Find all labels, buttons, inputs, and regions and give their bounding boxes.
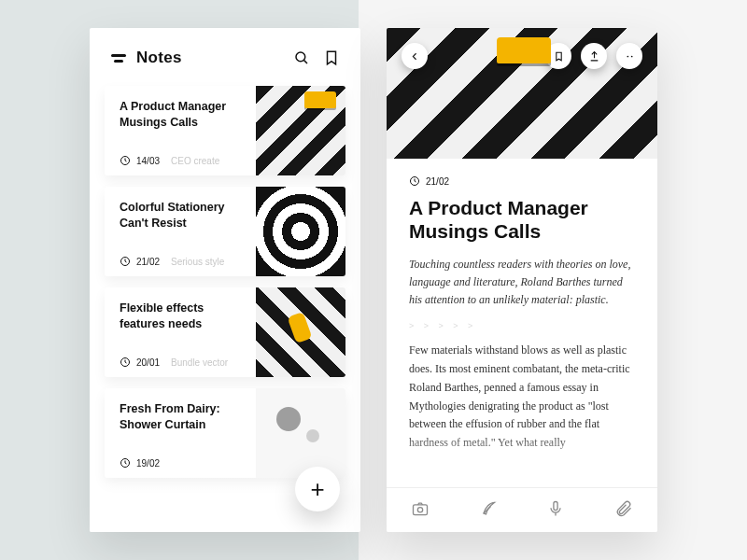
camera-icon[interactable] — [411, 499, 430, 522]
list-item-meta: 21/02 Serious style — [120, 256, 247, 267]
list-item[interactable]: Fresh From Dairy: Shower Curtain 19/02 — [105, 388, 345, 478]
list-item-tag: Bundle vector — [171, 357, 228, 368]
clock-icon — [120, 357, 131, 368]
list-item-thumbnail — [256, 86, 345, 175]
list-item-date: 14/03 — [136, 156, 160, 166]
svg-rect-9 — [414, 504, 428, 514]
clock-icon — [120, 457, 131, 469]
svg-point-10 — [418, 507, 423, 511]
list-item-tag: Serious style — [171, 257, 224, 267]
list-item-thumbnail — [256, 187, 345, 276]
list-item-title: A Product Manager Musings Calls — [120, 99, 247, 131]
detail-date: 21/02 — [426, 176, 449, 187]
search-icon[interactable] — [293, 49, 310, 66]
bookmark-button[interactable] — [545, 43, 571, 69]
detail-paragraph: Few materials withstand blows as well as… — [409, 342, 635, 453]
bookmark-icon[interactable] — [323, 49, 340, 66]
notes-list-screen: Notes A Product Manager Musings Calls 14… — [90, 28, 360, 532]
list-item[interactable]: Colorful Stationery Can't Resist 21/02 S… — [105, 187, 345, 276]
microphone-icon[interactable] — [546, 499, 565, 522]
list-item[interactable]: A Product Manager Musings Calls 14/03 CE… — [105, 86, 345, 175]
menu-icon[interactable] — [110, 49, 127, 66]
clock-icon — [120, 256, 131, 267]
notes-list: A Product Manager Musings Calls 14/03 CE… — [90, 78, 360, 478]
list-item-thumbnail — [256, 287, 345, 377]
list-item-title: Colorful Stationery Can't Resist — [120, 200, 247, 231]
list-item-date: 19/02 — [136, 458, 160, 469]
svg-point-0 — [296, 52, 305, 62]
divider-icon: > > > > > — [409, 321, 635, 330]
compose-toolbar — [387, 487, 657, 532]
list-header: Notes — [90, 28, 360, 78]
detail-title: A Product Manager Musings Calls — [409, 196, 635, 243]
list-item[interactable]: Flexible effects features needs 20/01 Bu… — [105, 287, 345, 377]
attachment-icon[interactable] — [614, 499, 633, 522]
list-item-meta: 19/02 — [120, 457, 247, 469]
svg-line-1 — [304, 61, 307, 63]
header-actions — [293, 49, 340, 66]
more-button[interactable] — [616, 43, 642, 69]
svg-rect-11 — [554, 501, 557, 510]
detail-meta: 21/02 — [409, 175, 635, 187]
back-button[interactable] — [402, 43, 428, 69]
share-button[interactable] — [581, 43, 607, 69]
detail-lede: Touching countless readers with theories… — [409, 256, 635, 308]
clock-icon — [409, 175, 420, 187]
list-item-title: Fresh From Dairy: Shower Curtain — [120, 401, 247, 433]
list-item-date: 20/01 — [136, 357, 160, 368]
hero-image — [387, 28, 657, 159]
list-item-date: 21/02 — [136, 257, 160, 267]
list-item-title: Flexible effects features needs — [120, 301, 247, 332]
list-item-thumbnail — [256, 388, 345, 478]
feather-icon[interactable] — [479, 499, 498, 522]
note-detail-screen: 21/02 A Product Manager Musings Calls To… — [387, 28, 657, 532]
list-item-meta: 14/03 CEO create — [120, 155, 247, 166]
svg-point-7 — [630, 55, 632, 57]
list-item-meta: 20/01 Bundle vector — [120, 357, 247, 368]
detail-body: 21/02 A Product Manager Musings Calls To… — [387, 159, 657, 453]
list-item-tag: CEO create — [171, 156, 219, 166]
svg-point-6 — [627, 55, 628, 57]
clock-icon — [120, 155, 131, 166]
page-title: Notes — [136, 49, 182, 67]
add-note-button[interactable]: + — [295, 467, 340, 511]
